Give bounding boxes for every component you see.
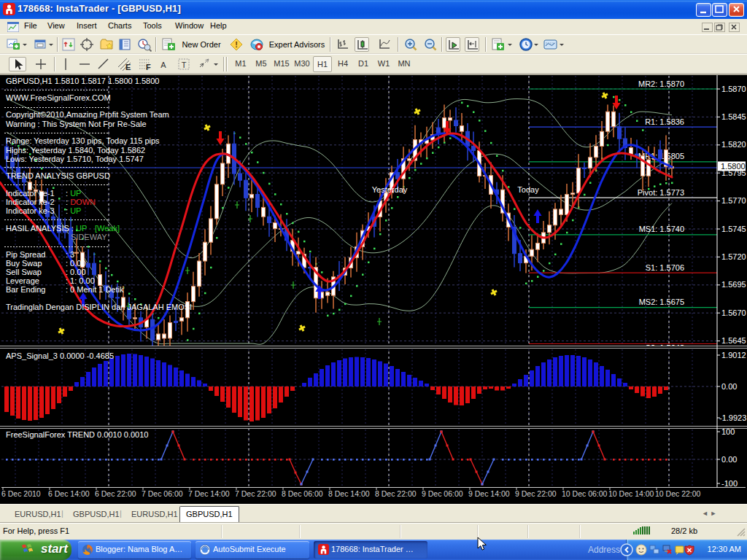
- svg-text:1.9012: 1.9012: [721, 351, 746, 359]
- svg-text:Bar Ending: Bar Ending: [6, 285, 45, 294]
- svg-text:S1: 1.5706: S1: 1.5706: [646, 263, 684, 272]
- svg-text:9 Dec 06:00: 9 Dec 06:00: [422, 489, 463, 498]
- svg-text:MR2: 1.5870: MR2: 1.5870: [638, 79, 684, 88]
- svg-text:: 0.00: : 0.00: [66, 268, 86, 276]
- svg-text:6 Dec 22:00: 6 Dec 22:00: [95, 489, 136, 498]
- svg-text:APS_Signal_3 0.0000 -0.4685: APS_Signal_3 0.0000 -0.4685: [6, 351, 114, 360]
- svg-text:0.00: 0.00: [721, 455, 737, 464]
- svg-text:Highs: Yesterday 1.5840, Today: Highs: Yesterday 1.5840, Today 1.5862: [6, 146, 145, 155]
- svg-text:: DOWN: : DOWN: [66, 198, 96, 206]
- svg-text:1.5720: 1.5720: [721, 252, 746, 261]
- svg-text:10 Dec 06:00: 10 Dec 06:00: [562, 489, 608, 498]
- svg-text:Indicator ke-1: Indicator ke-1: [6, 189, 55, 198]
- svg-text:9 Dec 14:00: 9 Dec 14:00: [468, 489, 510, 498]
- svg-text:Range: Yesterday 130 pips, Tod: Range: Yesterday 130 pips, Today 115 pip…: [6, 136, 160, 145]
- svg-text:[Weak]: [Weak]: [95, 224, 120, 233]
- svg-text:1.5745: 1.5745: [721, 225, 746, 233]
- svg-text:10 Dec 14:00: 10 Dec 14:00: [608, 489, 654, 498]
- svg-text:E: E: [125, 63, 131, 71]
- svg-text:SIDEWAY: SIDEWAY: [71, 233, 107, 241]
- svg-text:1.5845: 1.5845: [721, 112, 746, 121]
- svg-text:1.5770: 1.5770: [721, 196, 746, 205]
- svg-text:: 0.00: : 0.00: [66, 259, 86, 268]
- svg-text:Buy Swap: Buy Swap: [6, 259, 42, 268]
- svg-text:FreeSignalForex TREND 0.0010 0: FreeSignalForex TREND 0.0010 0.0010: [6, 430, 148, 439]
- svg-text:HASIL ANALYSIS : UP: HASIL ANALYSIS : UP: [6, 224, 87, 233]
- svg-text:Tradinglah Dengan DISIPLIN dan: Tradinglah Dengan DISIPLIN dan JAGALAH E…: [6, 303, 192, 311]
- svg-text:: UP: : UP: [66, 189, 81, 198]
- svg-text:100: 100: [721, 427, 735, 436]
- svg-text:TREND ANALYSIS GBPUSD: TREND ANALYSIS GBPUSD: [6, 171, 110, 180]
- svg-text:0.00: 0.00: [721, 382, 737, 391]
- svg-text:T: T: [182, 61, 187, 69]
- svg-text:Sell Swap: Sell Swap: [6, 268, 42, 276]
- svg-text:1.5800: 1.5800: [721, 162, 746, 171]
- svg-text:: 3: : 3: [66, 250, 74, 259]
- svg-text:Copyright©2010,Amazing Profit: Copyright©2010,Amazing Profit System Tea…: [6, 110, 169, 119]
- svg-text:Warning : This System Not For: Warning : This System Not For Re-Sale: [6, 120, 147, 128]
- svg-text:GBPUSD,H1 1.5810 1.5817 1.58: GBPUSD,H1 1.5810 1.5817 1.5800 1.5800: [6, 77, 159, 85]
- svg-text:Yesterday: Yesterday: [372, 185, 408, 194]
- svg-text:1.5870: 1.5870: [721, 85, 746, 93]
- svg-text:: 1: 0.00: : 1: 0.00: [66, 276, 95, 285]
- svg-text:1.5670: 1.5670: [721, 308, 746, 317]
- svg-text:: 0 Menit 1 Detik: : 0 Menit 1 Detik: [66, 285, 124, 294]
- svg-text:MS2: 1.5675: MS2: 1.5675: [639, 298, 684, 306]
- svg-text:8 Dec 14:00: 8 Dec 14:00: [328, 489, 370, 498]
- svg-text:Leverage: Leverage: [6, 276, 39, 285]
- svg-text:!: !: [235, 40, 238, 49]
- svg-text:Indicator ke-2: Indicator ke-2: [6, 198, 55, 206]
- svg-text:8 Dec 06:00: 8 Dec 06:00: [282, 489, 323, 498]
- svg-text:-100: -100: [721, 479, 738, 488]
- svg-text:1.5695: 1.5695: [721, 280, 746, 289]
- svg-text:1.5645: 1.5645: [721, 336, 746, 345]
- svg-text:6 Dec 14:00: 6 Dec 14:00: [48, 489, 90, 498]
- svg-text:Lows: Yesterday 1.5710, Today: Lows: Yesterday 1.5710, Today 1.5747: [6, 155, 144, 163]
- svg-text:8 Dec 22:00: 8 Dec 22:00: [375, 489, 417, 498]
- svg-text:: UP: : UP: [66, 206, 81, 215]
- svg-text:1.5820: 1.5820: [721, 140, 746, 149]
- svg-text:Indicator ke-3: Indicator ke-3: [6, 206, 55, 215]
- svg-text:7 Dec 14:00: 7 Dec 14:00: [188, 489, 230, 498]
- svg-text:WWW.FreeSignalForex.COM: WWW.FreeSignalForex.COM: [6, 93, 111, 102]
- svg-text:A: A: [160, 61, 166, 69]
- svg-text:7 Dec 22:00: 7 Dec 22:00: [235, 489, 276, 498]
- svg-text:Today: Today: [517, 185, 539, 194]
- svg-text:F: F: [146, 63, 151, 71]
- svg-text:MS1: 1.5740: MS1: 1.5740: [639, 225, 684, 233]
- svg-text:Pivot: 1.5773: Pivot: 1.5773: [638, 188, 684, 197]
- svg-text:Pip Spread: Pip Spread: [6, 250, 45, 259]
- svg-text:10 Dec 22:00: 10 Dec 22:00: [655, 489, 701, 498]
- svg-text:7 Dec 06:00: 7 Dec 06:00: [142, 489, 183, 498]
- svg-text:R1: 1.5836: R1: 1.5836: [645, 117, 684, 126]
- svg-text:9 Dec 22:00: 9 Dec 22:00: [515, 489, 557, 498]
- svg-text:-1.9923: -1.9923: [719, 413, 746, 422]
- svg-text:6 Dec 2010: 6 Dec 2010: [1, 489, 41, 498]
